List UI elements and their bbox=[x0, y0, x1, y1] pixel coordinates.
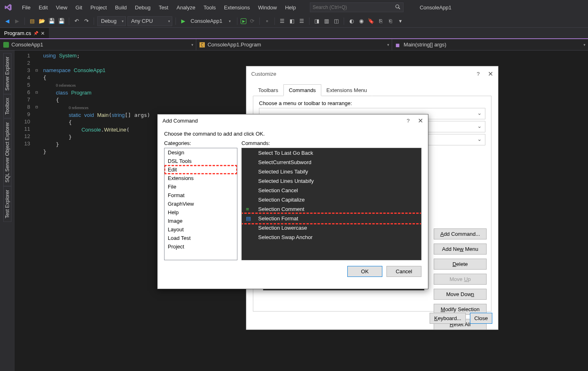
nav-class[interactable]: 🅲 ConsoleApp1.Program bbox=[196, 39, 393, 50]
vs-logo-icon bbox=[3, 2, 13, 12]
nav-bar: ConsoleApp1 🅲 ConsoleApp1.Program ◼ Main… bbox=[0, 39, 588, 50]
toolbar: ◀ ▶ ▧ 📂 💾 💾 ↶ ↷ Debug Any CPU ▶ ConsoleA… bbox=[0, 15, 588, 28]
menu-window[interactable]: Window bbox=[254, 2, 281, 13]
menu-extensions[interactable]: Extensions bbox=[220, 2, 254, 13]
tb-icon-f[interactable]: ▥ bbox=[323, 17, 331, 25]
nav-back-icon[interactable]: ◀ bbox=[3, 17, 11, 25]
help-icon[interactable]: ? bbox=[477, 71, 480, 77]
command-item[interactable]: Selection Cancel bbox=[242, 186, 421, 195]
side-tab-server-explorer[interactable]: Server Explorer bbox=[3, 53, 11, 94]
tb-icon-a[interactable]: ▫ bbox=[263, 17, 271, 25]
command-item[interactable]: Selection Lowercase bbox=[242, 223, 421, 233]
menu-edit[interactable]: Edit bbox=[35, 2, 52, 13]
menu-tools[interactable]: Tools bbox=[200, 2, 220, 13]
category-item[interactable]: File bbox=[165, 182, 237, 191]
undo-icon[interactable]: ↶ bbox=[72, 17, 81, 25]
categories-listbox[interactable]: DesignDSL ToolsEditExtensionsFileFormatG… bbox=[164, 148, 237, 260]
menu-debug[interactable]: Debug bbox=[131, 2, 154, 13]
tb-icon-g[interactable]: ◫ bbox=[332, 17, 340, 25]
file-tab-program[interactable]: Program.cs 📌 ✕ bbox=[0, 28, 49, 38]
category-item[interactable]: Extensions bbox=[165, 174, 237, 182]
comment-icon: ≡ bbox=[246, 206, 252, 213]
code-area[interactable]: using System; namespace ConsoleApp1 { 0 … bbox=[40, 50, 154, 371]
menu-help[interactable]: Help bbox=[281, 2, 300, 13]
commands-listbox[interactable]: Select To Last Go BackSelectCurrentSubwo… bbox=[241, 148, 421, 260]
side-tab-sql-server-object-explorer[interactable]: SQL Server Object Explorer bbox=[3, 119, 11, 186]
category-item[interactable]: Design bbox=[165, 148, 237, 157]
command-item[interactable]: SelectCurrentSubword bbox=[242, 158, 421, 167]
command-item[interactable]: Select To Last Go Back bbox=[242, 148, 421, 158]
tb-icon-j[interactable]: ⎘ bbox=[377, 17, 385, 25]
move-up-button: Move Up bbox=[434, 274, 487, 285]
search-input[interactable] bbox=[313, 4, 393, 10]
menu-analyze[interactable]: Analyze bbox=[172, 2, 199, 13]
tab-toolbars[interactable]: Toolbars bbox=[253, 84, 283, 96]
add-command-dialog: Add Command ? ✕ Choose the command to ad… bbox=[157, 114, 428, 289]
category-item[interactable]: Layout bbox=[165, 225, 237, 234]
config-combo[interactable]: Debug bbox=[97, 16, 126, 26]
help-icon[interactable]: ? bbox=[407, 118, 410, 124]
menu-view[interactable]: View bbox=[52, 2, 71, 13]
tab-commands[interactable]: Commands bbox=[283, 84, 321, 96]
keyboard-button[interactable]: Keyboard... bbox=[430, 313, 466, 324]
redo-icon[interactable]: ↷ bbox=[82, 17, 90, 25]
side-tab-test-explorer[interactable]: Test Explorer bbox=[3, 186, 11, 222]
start-target[interactable]: ConsoleApp1 bbox=[189, 18, 224, 24]
category-item[interactable]: GraphView bbox=[165, 200, 237, 208]
pin-icon[interactable]: 📌 bbox=[33, 31, 38, 35]
save-icon[interactable]: 💾 bbox=[48, 17, 56, 25]
menu-project[interactable]: Project bbox=[86, 2, 111, 13]
menu-test[interactable]: Test bbox=[155, 2, 173, 13]
bookmark-icon[interactable]: 🔖 bbox=[367, 17, 375, 25]
category-item[interactable]: Edit bbox=[165, 165, 237, 174]
tb-icon-e[interactable]: ◨ bbox=[313, 17, 321, 25]
tb-icon-c[interactable]: ◧ bbox=[288, 17, 296, 25]
category-item[interactable]: DSL Tools bbox=[165, 157, 237, 165]
add-new-menu-button[interactable]: Add New Menu bbox=[434, 244, 487, 255]
cancel-button[interactable]: Cancel bbox=[386, 266, 421, 277]
close-icon[interactable]: ✕ bbox=[418, 117, 423, 125]
search-box[interactable] bbox=[310, 2, 404, 12]
save-all-icon[interactable]: 💾 bbox=[57, 17, 66, 25]
file-tab-label: Program.cs bbox=[4, 30, 31, 36]
tb-icon-d[interactable]: ☰ bbox=[298, 17, 306, 25]
command-item[interactable]: ≡Selection Comment bbox=[242, 204, 421, 214]
format-icon: ▤ bbox=[246, 215, 252, 222]
start-dropdown-icon[interactable]: ▾ bbox=[226, 17, 234, 25]
side-tab-toolbox[interactable]: Toolbox bbox=[3, 94, 11, 118]
fold-column[interactable]: ⊟⊟⊟ bbox=[33, 50, 40, 371]
command-item[interactable]: Selected Lines Untabify bbox=[242, 176, 421, 186]
category-item[interactable]: Load Test bbox=[165, 234, 237, 242]
menu-build[interactable]: Build bbox=[111, 2, 131, 13]
category-item[interactable]: Format bbox=[165, 191, 237, 200]
menu-git[interactable]: Git bbox=[71, 2, 86, 13]
move-down-button[interactable]: Move Down bbox=[434, 289, 487, 300]
close-icon[interactable]: ✕ bbox=[488, 70, 493, 78]
ok-button[interactable]: OK bbox=[347, 266, 382, 277]
close-tab-icon[interactable]: ✕ bbox=[41, 31, 45, 36]
command-item[interactable]: Selection Swap Anchor bbox=[242, 233, 421, 242]
nav-scope[interactable]: ConsoleApp1 bbox=[0, 39, 196, 50]
tb-icon-l[interactable]: ▾ bbox=[396, 17, 404, 25]
tb-icon-b[interactable]: ☰ bbox=[278, 17, 286, 25]
new-project-icon[interactable]: ▧ bbox=[28, 17, 36, 25]
command-item[interactable]: Selected Lines Tabify bbox=[242, 167, 421, 176]
platform-combo[interactable]: Any CPU bbox=[127, 16, 172, 26]
tab-extensions-menu[interactable]: Extensions Menu bbox=[321, 84, 373, 96]
category-item[interactable]: Project bbox=[165, 242, 237, 251]
start-debug-icon[interactable]: ▶ bbox=[179, 17, 187, 25]
command-item[interactable]: ▤Selection Format bbox=[242, 214, 421, 223]
nav-member[interactable]: ◼ Main(string[] args) bbox=[392, 39, 588, 50]
add-command-button[interactable]: Add Command... bbox=[434, 228, 487, 239]
close-button[interactable]: Close bbox=[470, 313, 492, 324]
tb-icon-k[interactable]: ⎗ bbox=[386, 17, 395, 25]
menu-file[interactable]: File bbox=[18, 2, 35, 13]
tb-icon-i[interactable]: ◉ bbox=[357, 17, 365, 25]
delete-button[interactable]: Delete bbox=[434, 259, 487, 270]
command-item[interactable]: Selection Capitalize bbox=[242, 195, 421, 204]
open-icon[interactable]: 📂 bbox=[38, 17, 46, 25]
start-nodebug-icon[interactable]: ▶ bbox=[241, 18, 246, 24]
category-item[interactable]: Image bbox=[165, 217, 237, 225]
tb-icon-h[interactable]: ◐ bbox=[347, 17, 355, 25]
category-item[interactable]: Help bbox=[165, 208, 237, 217]
